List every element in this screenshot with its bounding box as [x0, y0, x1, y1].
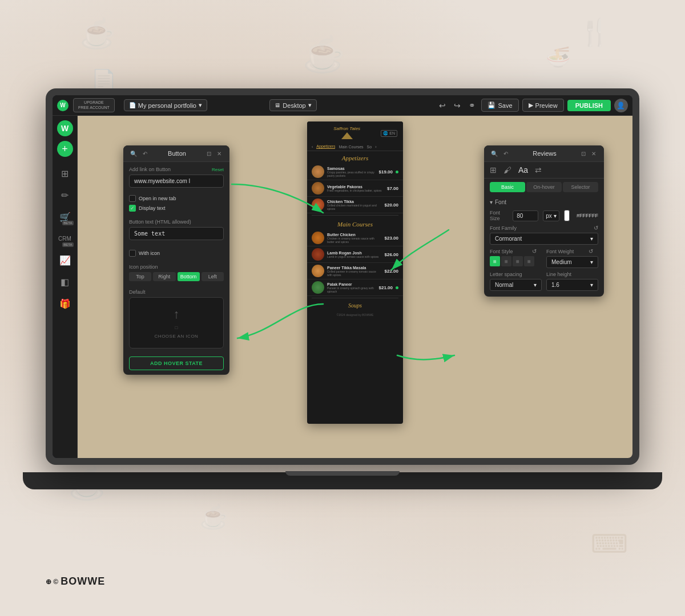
- basic-tab[interactable]: Basic: [490, 182, 525, 192]
- sidebar-apps-icon[interactable]: 🎁: [55, 294, 75, 313]
- top-bar-right: ↩ ↪ ⚭ 💾 Save ▶ Preview PUBLISH 👤: [437, 99, 627, 112]
- sidebar-analytics-icon[interactable]: 📈: [55, 250, 75, 270]
- pos-left-button[interactable]: Left: [202, 272, 224, 281]
- add-element-button[interactable]: +: [57, 141, 73, 157]
- icon-drop-area[interactable]: ↑ □ CHOOSE AN ICON: [129, 297, 224, 348]
- letter-spacing-value: Normal: [495, 282, 513, 288]
- reviews-expand-icon[interactable]: ⊡: [579, 149, 588, 158]
- on-hover-tab[interactable]: On-hover: [526, 182, 562, 192]
- selector-tab[interactable]: Selector: [563, 182, 598, 192]
- pos-right-button[interactable]: Right: [153, 272, 175, 281]
- reviews-search-icon[interactable]: 🔍: [490, 149, 499, 158]
- align-justify-button[interactable]: ≡: [524, 256, 534, 266]
- panel-header-left: 🔍 ↶: [129, 149, 150, 158]
- font-family-select[interactable]: Cormorant ▾: [490, 233, 598, 245]
- brush-tab-icon[interactable]: 🖌: [503, 165, 511, 175]
- open-new-tab-checkbox[interactable]: [129, 195, 136, 202]
- with-icon-checkbox[interactable]: [129, 250, 136, 257]
- button-text-input[interactable]: Some text: [129, 227, 224, 240]
- app-logo: W: [57, 100, 68, 111]
- avatar[interactable]: 👤: [614, 99, 628, 112]
- tikka-desc: Grilled chicken marinated in yogurt and …: [327, 204, 382, 210]
- preview-item-palak: Palak Paneer Paneer in creamy spinach gr…: [307, 279, 403, 296]
- tikka-name: Chicken Tikka: [327, 200, 382, 204]
- undo-button[interactable]: ↩: [437, 100, 448, 111]
- add-hover-button[interactable]: ADD HOVER STATE: [129, 356, 224, 370]
- link-label: Add link on Button Reset: [129, 167, 224, 172]
- font-weight-col: Font Weight ↺ Medium ▾: [546, 248, 598, 268]
- deco-icon-1: ☕: [80, 17, 115, 50]
- upgrade-button[interactable]: UPGRADE FREE ACCOUNT: [73, 98, 115, 112]
- reset-link[interactable]: Reset: [212, 167, 224, 172]
- panel-history-icon[interactable]: ↶: [140, 149, 150, 158]
- display-text-checkbox[interactable]: ✓: [129, 205, 136, 212]
- font-size-input[interactable]: [513, 210, 538, 221]
- preview-brand-name: Saffron Tales: [313, 126, 381, 131]
- align-center-button[interactable]: ≡: [501, 256, 511, 266]
- site-selector[interactable]: 📄 My personal portfolio ▾: [124, 99, 207, 111]
- add-hover-label: ADD HOVER STATE: [150, 360, 203, 366]
- text-tab-icon[interactable]: Aa: [518, 165, 528, 175]
- deco-icon-7: ☕: [200, 504, 228, 530]
- reviews-panel-title: Reviews: [533, 150, 557, 157]
- link-section: Add link on Button Reset: [123, 162, 229, 192]
- save-icon: 💾: [487, 102, 495, 109]
- font-size-label: Font Size: [490, 210, 508, 221]
- color-value: #FFFFFF: [577, 213, 598, 218]
- svg-marker-0: [341, 132, 353, 139]
- nav-appetizers[interactable]: Appetizers: [316, 144, 335, 149]
- reviews-tabs: ⊞ 🖌 Aa ⇄: [484, 162, 604, 179]
- font-style-refresh[interactable]: ↺: [532, 248, 537, 254]
- line-height-chevron: ▾: [590, 282, 593, 288]
- panel-search-icon[interactable]: 🔍: [129, 149, 138, 158]
- sidebar-layers-icon[interactable]: ◧: [55, 272, 75, 291]
- font-arrow: ▾: [490, 199, 493, 205]
- reviews-close-icon[interactable]: ✕: [589, 149, 598, 158]
- font-weight-select[interactable]: Medium ▾: [546, 256, 598, 268]
- pos-top-button[interactable]: Top: [129, 272, 151, 281]
- color-swatch[interactable]: [564, 210, 570, 221]
- cc-icon: ⊕ ©: [46, 578, 58, 586]
- layout-tab-icon[interactable]: ⊞: [490, 165, 497, 175]
- cart-beta-badge: BETA: [62, 221, 73, 225]
- sidebar-edit-icon[interactable]: ✏: [55, 185, 75, 205]
- font-unit-select[interactable]: px ▾: [543, 210, 559, 221]
- align-right-button[interactable]: ≡: [513, 256, 523, 266]
- redo-button[interactable]: ↪: [452, 100, 463, 111]
- pos-bottom-button[interactable]: Bottom: [178, 272, 200, 281]
- font-weight-refresh[interactable]: ↺: [589, 248, 593, 254]
- share-button[interactable]: ⚭: [466, 100, 478, 111]
- save-button[interactable]: 💾 Save: [481, 99, 518, 112]
- preview-button[interactable]: ▶ Preview: [522, 99, 564, 112]
- panel-expand-icon[interactable]: ⊡: [204, 149, 213, 158]
- sidebar-crm-icon[interactable]: CRM BETA: [55, 229, 75, 248]
- publish-button[interactable]: PUBLISH: [567, 100, 611, 111]
- upgrade-sub-label: FREE ACCOUNT: [78, 106, 110, 110]
- sidebar-cart-icon[interactable]: 🛒 BETA: [55, 207, 75, 226]
- link-input[interactable]: [129, 175, 224, 188]
- display-text-row: ✓ Display text: [129, 205, 224, 212]
- nav-back-icon: ‹: [312, 145, 313, 149]
- align-left-button[interactable]: ≡: [490, 256, 500, 266]
- font-weight-label: Font Weight: [546, 249, 586, 254]
- publish-label: PUBLISH: [575, 102, 603, 109]
- letter-spacing-select[interactable]: Normal ▾: [490, 279, 542, 291]
- spacing-row: Letter spacing Normal ▾ Line height 1.6: [490, 271, 598, 291]
- display-text-label: Display text: [139, 205, 166, 211]
- palak-img: [312, 281, 324, 294]
- preview-footer: ©2024 designed by BOWWE: [307, 311, 403, 319]
- canvas-area: Saffron Tales 🌐 EN ‹ Appetizers: [78, 116, 632, 458]
- device-selector[interactable]: 🖥 Desktop ▾: [269, 99, 316, 111]
- device-chevron: ▾: [308, 102, 312, 109]
- sidebar-pages-icon[interactable]: ⊞: [55, 164, 75, 183]
- nav-more[interactable]: So: [367, 145, 372, 149]
- palak-desc: Paneer in creamy spinach gravy with spin…: [327, 286, 376, 293]
- font-family-refresh[interactable]: ↺: [594, 225, 598, 231]
- reviews-history-icon[interactable]: ↶: [501, 149, 510, 158]
- butter-img: [312, 232, 324, 244]
- panel-close-icon[interactable]: ✕: [215, 149, 224, 158]
- line-height-select[interactable]: 1.6 ▾: [546, 279, 598, 291]
- shuffle-tab-icon[interactable]: ⇄: [535, 165, 542, 175]
- samosas-dot: [396, 171, 398, 173]
- nav-main[interactable]: Main Courses: [339, 145, 363, 149]
